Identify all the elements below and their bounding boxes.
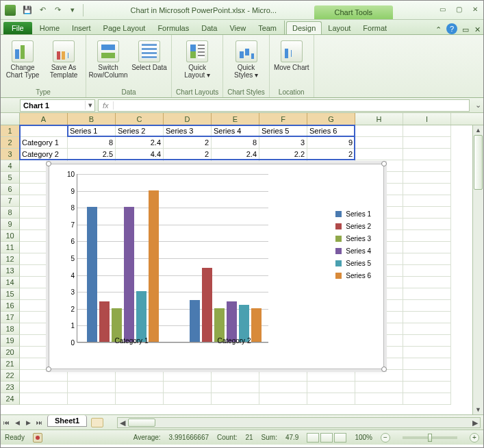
chart-handle-se[interactable]: [381, 366, 387, 372]
cell-B22[interactable]: [68, 370, 116, 382]
cell-B1[interactable]: Series 1: [68, 125, 116, 137]
quick-layout-button[interactable]: Quick Layout ▾: [179, 40, 215, 79]
legend-item-series-1[interactable]: Series 1: [335, 210, 371, 218]
cell-I4[interactable]: [403, 160, 451, 172]
sheet-nav-last[interactable]: ⏭: [34, 419, 44, 426]
file-tab[interactable]: File: [3, 22, 32, 34]
normal-view-button[interactable]: [307, 433, 319, 443]
maximize-button[interactable]: ▢: [452, 5, 466, 15]
bar-series-6-category-1[interactable]: [149, 190, 159, 342]
row-header-1[interactable]: 1: [1, 125, 20, 137]
hscroll-thumb[interactable]: [128, 419, 155, 427]
workbook-close-button[interactable]: ✕: [474, 25, 481, 34]
bar-series-2-category-2[interactable]: [202, 268, 212, 342]
cell-A22[interactable]: [20, 370, 68, 382]
column-header-C[interactable]: C: [116, 113, 164, 125]
cell-I17[interactable]: [403, 312, 451, 323]
cell-B3[interactable]: 2.5: [68, 149, 116, 160]
tab-insert[interactable]: Insert: [66, 21, 97, 34]
column-header-B[interactable]: B: [68, 113, 116, 125]
row-header-7[interactable]: 7: [1, 195, 20, 207]
column-header-D[interactable]: D: [164, 113, 212, 125]
tab-layout[interactable]: Layout: [322, 21, 357, 34]
cell-I22[interactable]: [403, 370, 451, 382]
cell-I21[interactable]: [403, 358, 451, 370]
bar-series-1-category-2[interactable]: [190, 300, 200, 343]
column-header-I[interactable]: I: [403, 113, 451, 125]
cell-F3[interactable]: 2.2: [259, 149, 307, 160]
cell-A3[interactable]: Category 2: [20, 149, 68, 160]
cell-E23[interactable]: [212, 382, 259, 393]
row-header-11[interactable]: 11: [1, 242, 20, 253]
row-header-12[interactable]: 12: [1, 253, 20, 265]
row-header-24[interactable]: 24: [1, 393, 20, 405]
cell-D22[interactable]: [164, 370, 212, 382]
tab-team[interactable]: Team: [252, 21, 283, 34]
cell-E3[interactable]: 2.4: [212, 149, 259, 160]
row-header-10[interactable]: 10: [1, 230, 20, 242]
page-layout-view-button[interactable]: [320, 433, 333, 443]
sheet-nav-prev[interactable]: ◀: [12, 419, 23, 426]
cell-C22[interactable]: [116, 370, 164, 382]
hscroll-left[interactable]: ◀: [118, 418, 127, 427]
cell-E2[interactable]: 8: [212, 137, 259, 149]
cell-B24[interactable]: [68, 393, 116, 405]
cell-F24[interactable]: [259, 393, 307, 405]
row-header-9[interactable]: 9: [1, 219, 20, 230]
name-box[interactable]: Chart 1 ▾: [20, 99, 95, 112]
row-header-21[interactable]: 21: [1, 358, 20, 370]
legend-item-series-5[interactable]: Series 5: [335, 260, 371, 267]
cell-C23[interactable]: [116, 382, 164, 393]
cell-G3[interactable]: 2: [307, 149, 355, 160]
cell-A23[interactable]: [20, 382, 68, 393]
scroll-up-button[interactable]: ▲: [473, 125, 483, 135]
tab-formulas[interactable]: Formulas: [151, 21, 195, 34]
row-header-4[interactable]: 4: [1, 160, 20, 172]
bar-series-4-category-1[interactable]: [124, 207, 134, 342]
cell-D1[interactable]: Series 3: [164, 125, 212, 137]
cell-I1[interactable]: [403, 125, 451, 137]
minimize-button[interactable]: ▭: [435, 5, 449, 15]
column-header-F[interactable]: F: [259, 113, 307, 125]
zoom-slider[interactable]: [403, 436, 457, 439]
bar-series-5-category-2[interactable]: [239, 305, 249, 342]
cell-I16[interactable]: [403, 300, 451, 312]
cell-I8[interactable]: [403, 207, 451, 219]
cell-E1[interactable]: Series 4: [212, 125, 259, 137]
help-button[interactable]: ?: [446, 23, 457, 34]
chart-plot-area[interactable]: 012345678910: [77, 174, 268, 343]
cell-I2[interactable]: [403, 137, 451, 149]
row-header-16[interactable]: 16: [1, 300, 20, 312]
cell-I5[interactable]: [403, 172, 451, 184]
row-header-15[interactable]: 15: [1, 288, 20, 300]
ribbon-minimize-button[interactable]: ⌃: [435, 25, 442, 34]
switch-row-column-button[interactable]: Switch Row/Column: [90, 40, 126, 79]
cell-C3[interactable]: 4.4: [116, 149, 164, 160]
row-header-3[interactable]: 3: [1, 149, 20, 160]
cell-G23[interactable]: [307, 382, 355, 393]
cell-I9[interactable]: [403, 219, 451, 230]
cell-I18[interactable]: [403, 323, 451, 335]
fx-icon[interactable]: fx: [99, 101, 114, 110]
cell-B2[interactable]: 8: [68, 137, 116, 149]
cell-I6[interactable]: [403, 184, 451, 195]
row-header-14[interactable]: 14: [1, 277, 20, 288]
zoom-out-button[interactable]: −: [381, 433, 390, 443]
cell-F23[interactable]: [259, 382, 307, 393]
column-header-A[interactable]: A: [20, 113, 68, 125]
row-header-17[interactable]: 17: [1, 312, 20, 323]
cell-F2[interactable]: 3: [259, 137, 307, 149]
legend-item-series-2[interactable]: Series 2: [335, 223, 371, 230]
cell-G24[interactable]: [307, 393, 355, 405]
horizontal-scrollbar[interactable]: ◀ ▶: [117, 417, 481, 428]
cell-E24[interactable]: [212, 393, 259, 405]
bar-series-5-category-1[interactable]: [136, 291, 147, 342]
chart-object[interactable]: 012345678910 Series 1Series 2Series 3Ser…: [49, 164, 384, 369]
cell-I24[interactable]: [403, 393, 451, 405]
cell-H3[interactable]: [355, 149, 403, 160]
column-header-H[interactable]: H: [355, 113, 403, 125]
cell-C24[interactable]: [116, 393, 164, 405]
tab-home[interactable]: Home: [34, 21, 66, 34]
chart-legend[interactable]: Series 1Series 2Series 3Series 4Series 5…: [335, 206, 371, 284]
cell-I23[interactable]: [403, 382, 451, 393]
